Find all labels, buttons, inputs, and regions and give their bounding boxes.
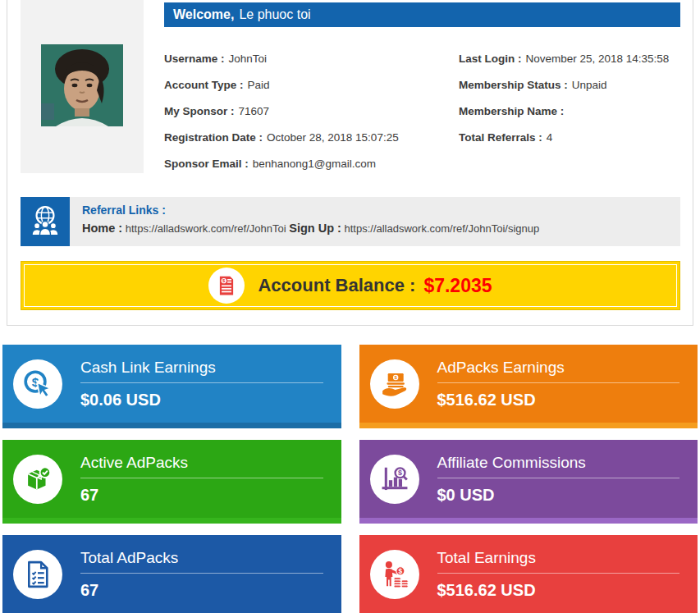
adpacks-earnings-content: $ AdPacks Earnings $516.62 USD xyxy=(359,345,698,423)
adpacks-earnings-title: AdPacks Earnings xyxy=(437,359,680,377)
total-referrals-row: Total Referrals : 4 xyxy=(459,124,680,150)
referral-home-label: Home : xyxy=(82,222,122,235)
my-sponsor-row: My Sponsor : 71607 xyxy=(164,98,459,124)
adpacks-earnings-text: AdPacks Earnings $516.62 USD xyxy=(437,359,680,409)
card-divider xyxy=(437,382,680,383)
card-accent-strip xyxy=(2,423,341,428)
referral-text-block: Referral Links : Home : https://alladswo… xyxy=(70,197,539,246)
active-adpacks-title: Active AdPacks xyxy=(80,454,323,472)
svg-text:$: $ xyxy=(398,469,402,477)
active-adpacks-card: Active AdPacks 67 xyxy=(2,440,341,524)
total-earnings-value: $516.62 USD xyxy=(437,581,680,600)
card-accent-strip xyxy=(359,423,698,428)
affiliate-commissions-text: Affiliate Commissions $0 USD xyxy=(437,454,680,505)
referral-links-title: Referral Links : xyxy=(82,204,539,217)
active-adpacks-text: Active AdPacks 67 xyxy=(80,454,323,505)
welcome-banner: Welcome, Le phuoc toi xyxy=(164,2,680,27)
dollar-click-icon: $ xyxy=(13,359,62,409)
profile-photo-image xyxy=(41,44,123,126)
cash-link-earnings-value: $0.06 USD xyxy=(80,391,323,409)
document-checklist-icon xyxy=(13,550,62,599)
total-earnings-text: Total Earnings $516.62 USD xyxy=(437,549,680,600)
package-check-icon xyxy=(13,455,62,504)
total-adpacks-content: Total AdPacks 67 xyxy=(2,535,341,613)
affiliate-commissions-value: $0 USD xyxy=(437,486,680,505)
referral-icon-box xyxy=(21,197,70,246)
total-earnings-content: $ Total Earnings $516.62 USD xyxy=(359,535,698,613)
globe-users-icon xyxy=(27,202,63,241)
sponsor-email-label: Sponsor Email : xyxy=(164,158,249,170)
affiliate-commissions-card: $ Affiliate Commissions $0 USD xyxy=(359,440,698,524)
cash-link-earnings-card: $ Cash Link Earnings $0.06 USD xyxy=(2,345,341,428)
account-type-row: Account Type : Paid xyxy=(164,71,459,98)
last-login-row: Last Login : November 25, 2018 14:35:58 xyxy=(459,45,680,71)
card-divider xyxy=(437,478,680,478)
account-balance-content: $ Account Balance : $7.2035 xyxy=(21,262,679,309)
cash-link-earnings-text: Cash Link Earnings $0.06 USD xyxy=(80,359,323,409)
account-info-right-column: Last Login : November 25, 2018 14:35:58 … xyxy=(459,45,680,176)
membership-name-row: Membership Name : xyxy=(459,98,680,124)
account-info-grid: Username : JohnToi Account Type : Paid M… xyxy=(164,45,680,176)
total-earnings-card: $ Total Earnings $516.62 USD xyxy=(359,535,698,613)
affiliate-commissions-title: Affiliate Commissions xyxy=(437,454,680,472)
sponsor-email-value: benhanong1@gmail.com xyxy=(253,158,376,170)
total-referrals-label: Total Referrals : xyxy=(459,131,542,144)
account-balance-label: Account Balance : xyxy=(258,275,415,296)
user-overview-panel: Welcome, Le phuoc toi Username : JohnToi… xyxy=(7,0,693,326)
referral-links-line: Home : https://alladswork.com/ref/JohnTo… xyxy=(82,222,539,235)
profile-photo-frame xyxy=(21,0,144,173)
card-accent-strip xyxy=(2,518,341,524)
chart-magnifier-icon: $ xyxy=(370,455,419,504)
card-divider xyxy=(437,573,680,574)
account-balance-banner: $ Account Balance : $7.2035 xyxy=(21,261,680,310)
referral-signup-label: Sign Up : xyxy=(289,222,341,235)
total-adpacks-text: Total AdPacks 67 xyxy=(80,549,323,600)
membership-name-label: Membership Name : xyxy=(459,105,564,117)
last-login-value: November 25, 2018 14:35:58 xyxy=(526,53,670,65)
invoice-dollar-icon: $ xyxy=(208,268,245,304)
welcome-prefix: Welcome, xyxy=(173,7,234,22)
card-divider xyxy=(80,573,323,574)
referral-signup-link[interactable]: https://alladswork.com/ref/JohnToi/signu… xyxy=(344,222,539,235)
total-adpacks-value: 67 xyxy=(80,581,323,600)
svg-text:$: $ xyxy=(398,566,402,574)
referral-home-link[interactable]: https://alladswork.com/ref/JohnToi xyxy=(126,222,286,235)
profile-main-column: Welcome, Le phuoc toi Username : JohnToi… xyxy=(164,0,680,176)
adpacks-earnings-value: $516.62 USD xyxy=(437,391,680,409)
username-row: Username : JohnToi xyxy=(164,45,459,71)
profile-row: Welcome, Le phuoc toi Username : JohnToi… xyxy=(7,0,693,176)
username-value: JohnToi xyxy=(229,53,268,65)
active-adpacks-value: 67 xyxy=(80,486,323,505)
active-adpacks-content: Active AdPacks 67 xyxy=(2,440,341,518)
profile-photo xyxy=(41,44,123,126)
registration-date-row: Registration Date : October 28, 2018 15:… xyxy=(164,124,459,150)
cash-link-earnings-content: $ Cash Link Earnings $0.06 USD xyxy=(2,345,341,423)
card-divider xyxy=(80,478,323,478)
hand-money-icon: $ xyxy=(370,359,419,409)
membership-status-value: Unpaid xyxy=(572,79,607,91)
account-balance-value: $7.2035 xyxy=(423,275,492,297)
total-referrals-value: 4 xyxy=(547,131,553,144)
adpacks-earnings-card: $ AdPacks Earnings $516.62 USD xyxy=(359,345,698,428)
username-label: Username : xyxy=(164,53,225,65)
affiliate-commissions-content: $ Affiliate Commissions $0 USD xyxy=(359,440,698,518)
person-coins-icon: $ xyxy=(370,550,419,599)
last-login-label: Last Login : xyxy=(459,53,522,65)
account-type-label: Account Type : xyxy=(164,79,244,91)
membership-status-row: Membership Status : Unpaid xyxy=(459,71,680,98)
membership-status-label: Membership Status : xyxy=(459,79,568,91)
my-sponsor-value: 71607 xyxy=(239,105,270,117)
cash-link-earnings-title: Cash Link Earnings xyxy=(80,359,323,377)
registration-date-value: October 28, 2018 15:07:25 xyxy=(267,131,399,144)
total-adpacks-title: Total AdPacks xyxy=(80,549,323,567)
card-accent-strip xyxy=(359,518,698,524)
welcome-user-name: Le phuoc toi xyxy=(239,7,310,22)
registration-date-label: Registration Date : xyxy=(164,131,263,144)
total-adpacks-card: Total AdPacks 67 xyxy=(2,535,341,613)
total-earnings-title: Total Earnings xyxy=(437,549,680,567)
account-type-value: Paid xyxy=(248,79,270,91)
account-info-left-column: Username : JohnToi Account Type : Paid M… xyxy=(164,45,459,176)
my-sponsor-label: My Sponsor : xyxy=(164,105,235,117)
card-divider xyxy=(80,382,323,383)
sponsor-email-row: Sponsor Email : benhanong1@gmail.com xyxy=(164,150,459,176)
